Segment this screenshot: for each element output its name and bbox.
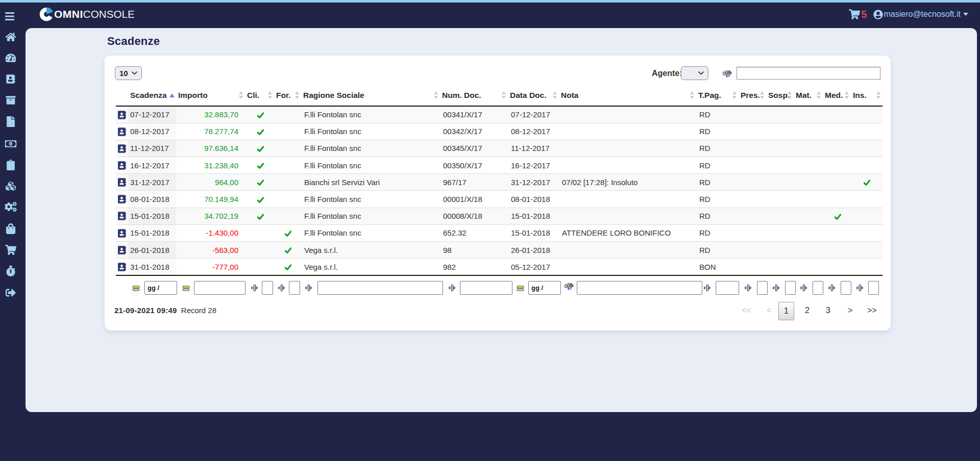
svg-text:&: & (569, 281, 574, 288)
svg-text:&: & (727, 69, 732, 75)
